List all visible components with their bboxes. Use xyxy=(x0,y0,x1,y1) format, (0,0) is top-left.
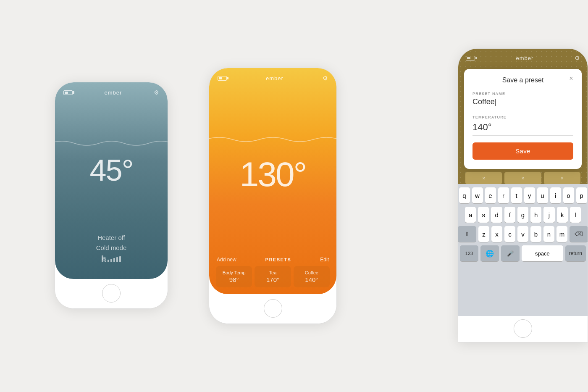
temperature-hot: 130° xyxy=(240,155,306,194)
suggestion-1[interactable]: × xyxy=(465,172,502,184)
phone-cold: ember ⚙ 45° Heater off Cold mode ❄ xyxy=(55,82,168,309)
key-r[interactable]: r xyxy=(498,187,509,203)
key-j[interactable]: j xyxy=(543,207,554,223)
key-v[interactable]: v xyxy=(517,226,528,242)
suggestion-2[interactable]: × xyxy=(504,172,541,184)
suggestion-3[interactable]: × xyxy=(544,172,580,184)
preset-temp-coffee: 140° xyxy=(296,276,327,283)
key-o[interactable]: o xyxy=(563,187,574,203)
key-m[interactable]: m xyxy=(556,226,567,242)
space-key[interactable]: space xyxy=(522,245,563,261)
edit-button[interactable]: Edit xyxy=(320,257,329,263)
key-e[interactable]: e xyxy=(485,187,496,203)
mic-key[interactable]: 🎤 xyxy=(501,245,520,261)
preset-coffee[interactable]: Coffee 140° xyxy=(294,266,330,287)
cold-info: Heater off Cold mode ❄ xyxy=(62,233,161,262)
scene: ember ⚙ 45° Heater off Cold mode ❄ xyxy=(0,0,588,392)
preset-name-body-temp: Body Temp xyxy=(218,270,249,275)
phone-bg-amber: ember ⚙ × Save a preset PRESET NAME Coff… xyxy=(458,49,588,184)
key-a[interactable]: a xyxy=(465,207,476,223)
modal-close-button[interactable]: × xyxy=(567,74,576,83)
phone-save-preset: ember ⚙ × Save a preset PRESET NAME Coff… xyxy=(458,48,588,342)
app-name-save: ember xyxy=(516,55,534,61)
status-bar-cold: ember ⚙ xyxy=(62,89,161,96)
key-k[interactable]: k xyxy=(557,207,568,223)
keyboard: q w e r t y u i o p a s d f g xyxy=(458,184,588,316)
key-x[interactable]: x xyxy=(491,226,502,242)
battery-icon-hot xyxy=(218,76,227,81)
phone-cold-screen: ember ⚙ 45° Heater off Cold mode ❄ xyxy=(55,82,168,279)
key-t[interactable]: t xyxy=(511,187,522,203)
key-i[interactable]: i xyxy=(550,187,561,203)
preset-name-label: PRESET NAME xyxy=(472,92,573,96)
save-button[interactable]: Save xyxy=(472,142,573,160)
preset-name-coffee: Coffee xyxy=(296,270,327,275)
key-h[interactable]: h xyxy=(530,207,541,223)
globe-key[interactable]: 🌐 xyxy=(480,245,499,261)
temperature-label: TEMPERATURE xyxy=(472,115,573,119)
status-bar-save: ember ⚙ xyxy=(458,49,588,65)
phone-hot-screen: ember ⚙ 130° Add new PRESETS Edit xyxy=(209,68,336,294)
home-button-cold[interactable] xyxy=(102,284,121,303)
key-l[interactable]: l xyxy=(570,207,581,223)
app-name-hot: ember xyxy=(266,75,284,82)
keyboard-row-2: a s d f g h j k l xyxy=(460,207,586,223)
shift-key[interactable]: ⇧ xyxy=(458,226,476,242)
key-b[interactable]: b xyxy=(530,226,541,242)
cold-mode-label: Cold mode xyxy=(62,243,161,253)
preset-name-tea: Tea xyxy=(257,270,288,275)
app-name-cold: ember xyxy=(105,89,122,96)
presets-title: PRESETS xyxy=(236,257,320,262)
keyboard-row-4: 123 🌐 🎤 space return xyxy=(460,245,586,261)
signal-bar: ❄ xyxy=(62,255,161,262)
numbers-key[interactable]: 123 xyxy=(460,245,478,261)
key-q[interactable]: q xyxy=(459,187,470,203)
preset-tea[interactable]: Tea 170° xyxy=(255,266,291,287)
key-z[interactable]: z xyxy=(478,226,489,242)
add-new-button[interactable]: Add new xyxy=(217,257,236,263)
status-bar-hot: ember ⚙ xyxy=(216,75,330,82)
battery-icon-cold xyxy=(63,90,73,95)
key-f[interactable]: f xyxy=(504,207,515,223)
battery-icon-save xyxy=(466,56,475,61)
text-cursor: | xyxy=(495,97,497,106)
delete-key[interactable]: ⌫ xyxy=(570,226,588,242)
preset-body-temp[interactable]: Body Temp 98° xyxy=(216,266,252,287)
preset-name-input[interactable]: Coffee xyxy=(472,97,495,106)
key-n[interactable]: n xyxy=(543,226,554,242)
temp-display-hot: 130° xyxy=(216,93,330,255)
presets-section: Add new PRESETS Edit Body Temp 98° Tea 1… xyxy=(216,255,330,287)
key-y[interactable]: y xyxy=(524,187,535,203)
presets-header: Add new PRESETS Edit xyxy=(216,255,330,266)
wave-hot xyxy=(209,133,336,146)
key-c[interactable]: c xyxy=(504,226,515,242)
key-g[interactable]: g xyxy=(517,207,528,223)
key-s[interactable]: s xyxy=(478,207,489,223)
gear-icon-save[interactable]: ⚙ xyxy=(575,55,580,61)
home-button-hot[interactable] xyxy=(264,299,282,318)
phone-hot: ember ⚙ 130° Add new PRESETS Edit xyxy=(209,68,337,324)
temperature-value: 140° xyxy=(472,121,573,136)
key-p[interactable]: p xyxy=(576,187,587,203)
preset-name-field-container: Coffee| xyxy=(472,97,573,109)
home-button-area-save xyxy=(458,316,588,342)
preset-temp-body-temp: 98° xyxy=(218,276,249,283)
gear-icon-cold[interactable]: ⚙ xyxy=(154,89,159,96)
gear-icon-hot[interactable]: ⚙ xyxy=(323,75,328,82)
preset-temp-tea: 170° xyxy=(257,276,288,283)
preset-cards: Body Temp 98° Tea 170° Coffee 140° xyxy=(216,266,330,287)
save-preset-modal: × Save a preset PRESET NAME Coffee| TEMP… xyxy=(464,69,582,169)
home-button-area-hot xyxy=(209,294,336,324)
modal-title: Save a preset xyxy=(472,76,573,84)
snowflake-icon: ❄ xyxy=(102,255,103,262)
phone-save-preset-container: ember ⚙ × Save a preset PRESET NAME Coff… xyxy=(458,49,588,342)
wave-cold xyxy=(55,137,168,150)
key-d[interactable]: d xyxy=(491,207,502,223)
home-button-area-cold xyxy=(55,279,168,308)
return-key[interactable]: return xyxy=(565,245,586,261)
keyboard-row-3: ⇧ z x c v b n m ⌫ xyxy=(460,226,586,242)
key-w[interactable]: w xyxy=(472,187,483,203)
home-button-save[interactable] xyxy=(514,319,532,338)
key-u[interactable]: u xyxy=(537,187,548,203)
keyboard-row-1: q w e r t y u i o p xyxy=(460,187,586,203)
